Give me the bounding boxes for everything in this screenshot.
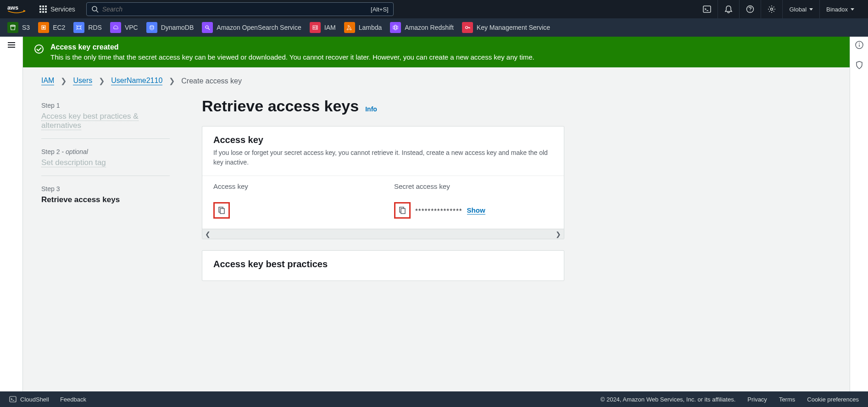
wizard-step-3: Step 3 Retrieve access keys: [41, 181, 170, 213]
notice-title: Access key created: [50, 43, 534, 51]
service-item-opensearch[interactable]: Amazon OpenSearch Service: [202, 22, 301, 33]
service-label: Key Management Service: [477, 24, 550, 31]
svg-rect-3: [703, 6, 711, 12]
search-input[interactable]: [102, 6, 371, 13]
notice-body: This is the only time that the secret ac…: [50, 53, 534, 61]
right-tools-rail: [850, 37, 868, 391]
breadcrumb-users[interactable]: Users: [73, 77, 92, 85]
svg-line-15: [81, 29, 82, 30]
service-item-iam[interactable]: IAM: [310, 22, 336, 33]
chevron-right-icon: ❯: [61, 77, 67, 85]
region-selector[interactable]: Global: [782, 0, 819, 18]
service-item-lambda[interactable]: Lambda: [344, 22, 382, 33]
terms-link[interactable]: Terms: [779, 396, 795, 403]
service-item-redshift[interactable]: Amazon Redshift: [390, 22, 454, 33]
access-key-panel: Access key If you lose or forget your se…: [202, 126, 564, 239]
access-key-value-cell: [202, 197, 383, 229]
breadcrumb-current: Create access key: [181, 77, 242, 85]
svg-point-1: [92, 6, 97, 11]
service-favorites-bar: S3 EC2 RDS VPC DynamoDB Amazon OpenSearc…: [0, 18, 868, 37]
breadcrumb-username[interactable]: UserName2110: [111, 77, 162, 85]
svg-rect-11: [77, 26, 81, 29]
iam-icon: [310, 22, 321, 33]
region-label: Global: [789, 6, 807, 13]
copyright-text: © 2024, Amazon Web Services, Inc. or its…: [601, 396, 736, 403]
notifications-button[interactable]: [718, 0, 739, 18]
copy-secret-key-button[interactable]: [394, 202, 411, 219]
step-number: Step 3: [41, 185, 170, 192]
info-link[interactable]: Info: [365, 105, 377, 113]
best-practices-panel: Access key best practices: [202, 250, 564, 281]
side-nav-toggle[interactable]: [7, 40, 16, 391]
service-label: Amazon OpenSearch Service: [217, 24, 301, 31]
svg-rect-42: [10, 396, 16, 402]
account-menu[interactable]: Binadox: [819, 0, 861, 18]
svg-rect-24: [393, 26, 395, 29]
svg-line-14: [76, 29, 77, 30]
vpc-icon: [110, 22, 121, 33]
access-key-table: Access key Secret access key: [202, 176, 564, 229]
svg-point-6: [750, 11, 751, 11]
scroll-right-icon[interactable]: ❯: [556, 231, 561, 238]
page-title: Retrieve access keys Info: [202, 97, 564, 115]
opensearch-icon: [202, 22, 213, 33]
aws-logo[interactable]: aws: [7, 4, 26, 15]
breadcrumb: IAM ❯ Users ❯ UserName2110 ❯ Create acce…: [41, 77, 831, 85]
ec2-icon: [38, 22, 49, 33]
svg-rect-26: [395, 25, 396, 30]
svg-line-2: [96, 11, 98, 12]
grid-icon: [39, 6, 47, 13]
search-container: [Alt+S]: [86, 2, 394, 16]
info-panel-toggle[interactable]: [855, 40, 864, 51]
service-label: Amazon Redshift: [405, 24, 454, 31]
svg-point-20: [313, 27, 315, 28]
account-label: Binadox: [826, 6, 848, 13]
cloudshell-label: CloudShell: [20, 396, 49, 403]
copy-access-key-button[interactable]: [213, 202, 230, 219]
service-label: S3: [22, 24, 30, 31]
wizard-step-1: Step 1 Access key best practices & alter…: [41, 97, 170, 139]
service-label: DynamoDB: [161, 24, 194, 31]
cookie-preferences-link[interactable]: Cookie preferences: [807, 396, 859, 403]
chevron-right-icon: ❯: [169, 77, 175, 85]
svg-line-12: [76, 25, 77, 26]
service-item-dynamodb[interactable]: DynamoDB: [146, 22, 194, 33]
privacy-link[interactable]: Privacy: [747, 396, 767, 403]
panel-description: If you lose or forget your secret access…: [213, 148, 553, 167]
svg-point-27: [465, 27, 467, 29]
breadcrumb-iam[interactable]: IAM: [41, 77, 54, 85]
svg-text:aws: aws: [7, 4, 18, 11]
settings-button[interactable]: [761, 0, 782, 18]
scroll-left-icon[interactable]: ❮: [205, 231, 211, 238]
redshift-icon: [390, 22, 401, 33]
step-number: Step 1: [41, 102, 170, 109]
cloudshell-link[interactable]: CloudShell: [9, 396, 49, 403]
success-check-icon: [34, 44, 44, 61]
svg-rect-25: [396, 26, 398, 29]
step-title[interactable]: Set description tag: [41, 158, 106, 167]
cloudshell-icon-button[interactable]: [696, 0, 718, 18]
step-title[interactable]: Access key best practices & alternatives: [41, 112, 139, 130]
footer-bar: CloudShell Feedback © 2024, Amazon Web S…: [0, 391, 868, 407]
svg-point-7: [771, 8, 773, 11]
panel-title: Access key: [213, 135, 553, 145]
services-menu-button[interactable]: Services: [34, 6, 81, 13]
service-label: RDS: [88, 24, 102, 31]
service-item-vpc[interactable]: VPC: [110, 22, 138, 33]
search-box[interactable]: [Alt+S]: [86, 2, 394, 16]
security-panel-toggle[interactable]: [855, 60, 864, 72]
help-button[interactable]: [739, 0, 761, 18]
service-item-s3[interactable]: S3: [7, 22, 30, 33]
service-item-rds[interactable]: RDS: [73, 22, 102, 33]
copy-icon: [398, 206, 406, 214]
step-title: Retrieve access keys: [41, 195, 170, 204]
services-label: Services: [50, 6, 75, 13]
service-item-ec2[interactable]: EC2: [38, 22, 65, 33]
feedback-link[interactable]: Feedback: [60, 396, 86, 403]
secret-key-value-cell: *************** Show: [383, 197, 564, 229]
service-item-kms[interactable]: Key Management Service: [462, 22, 550, 33]
svg-rect-36: [220, 209, 224, 214]
kms-icon: [462, 22, 473, 33]
show-secret-link[interactable]: Show: [467, 206, 485, 214]
horizontal-scrollbar[interactable]: ❮ ❯: [202, 229, 564, 239]
